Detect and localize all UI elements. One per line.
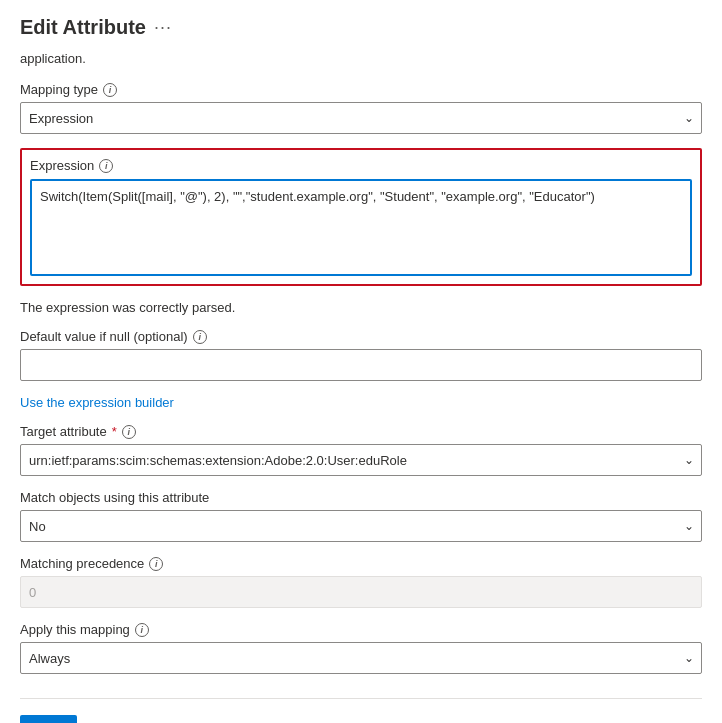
- parsed-message: The expression was correctly parsed.: [20, 300, 702, 315]
- expression-textarea[interactable]: Switch(Item(Split([mail], "@"), 2), "","…: [32, 181, 690, 271]
- ok-button[interactable]: Ok: [20, 715, 77, 723]
- page-container: Edit Attribute ··· application. Mapping …: [0, 0, 722, 723]
- expression-label-row: Expression i: [30, 158, 692, 173]
- apply-mapping-group: Apply this mapping i Always Only during …: [20, 622, 702, 674]
- apply-mapping-label-row: Apply this mapping i: [20, 622, 702, 637]
- target-attribute-info-icon[interactable]: i: [122, 425, 136, 439]
- sub-text: application.: [20, 51, 702, 66]
- mapping-type-select-wrapper: Expression Direct Constant ⌄: [20, 102, 702, 134]
- match-objects-select[interactable]: No Yes: [20, 510, 702, 542]
- apply-mapping-label: Apply this mapping: [20, 622, 130, 637]
- matching-precedence-label-row: Matching precedence i: [20, 556, 702, 571]
- footer: Ok: [20, 698, 702, 723]
- expression-inner-border: Switch(Item(Split([mail], "@"), 2), "","…: [30, 179, 692, 276]
- match-objects-group: Match objects using this attribute No Ye…: [20, 490, 702, 542]
- header: Edit Attribute ···: [20, 16, 702, 39]
- apply-mapping-select[interactable]: Always Only during object creation Only …: [20, 642, 702, 674]
- match-objects-label: Match objects using this attribute: [20, 490, 209, 505]
- mapping-type-label: Mapping type: [20, 82, 98, 97]
- target-attribute-label-row: Target attribute * i: [20, 424, 702, 439]
- target-attribute-label: Target attribute: [20, 424, 107, 439]
- default-value-group: Default value if null (optional) i: [20, 329, 702, 381]
- apply-mapping-select-wrapper: Always Only during object creation Only …: [20, 642, 702, 674]
- default-value-input[interactable]: [20, 349, 702, 381]
- target-attribute-required-star: *: [112, 424, 117, 439]
- target-attribute-select-wrapper: urn:ietf:params:scim:schemas:extension:A…: [20, 444, 702, 476]
- match-objects-label-row: Match objects using this attribute: [20, 490, 702, 505]
- expression-label: Expression: [30, 158, 94, 173]
- use-expression-builder-link[interactable]: Use the expression builder: [20, 395, 174, 410]
- default-value-info-icon[interactable]: i: [193, 330, 207, 344]
- match-objects-select-wrapper: No Yes ⌄: [20, 510, 702, 542]
- matching-precedence-label: Matching precedence: [20, 556, 144, 571]
- matching-precedence-group: Matching precedence i: [20, 556, 702, 608]
- default-value-label-row: Default value if null (optional) i: [20, 329, 702, 344]
- target-attribute-select[interactable]: urn:ietf:params:scim:schemas:extension:A…: [20, 444, 702, 476]
- mapping-type-select[interactable]: Expression Direct Constant: [20, 102, 702, 134]
- mapping-type-info-icon[interactable]: i: [103, 83, 117, 97]
- mapping-type-group: Mapping type i Expression Direct Constan…: [20, 82, 702, 134]
- matching-precedence-info-icon[interactable]: i: [149, 557, 163, 571]
- page-title: Edit Attribute: [20, 16, 146, 39]
- default-value-label: Default value if null (optional): [20, 329, 188, 344]
- expression-group: Expression i Switch(Item(Split([mail], "…: [20, 148, 702, 286]
- mapping-type-label-row: Mapping type i: [20, 82, 702, 97]
- matching-precedence-input: [20, 576, 702, 608]
- apply-mapping-info-icon[interactable]: i: [135, 623, 149, 637]
- expression-info-icon[interactable]: i: [99, 159, 113, 173]
- more-options-button[interactable]: ···: [154, 17, 172, 38]
- target-attribute-group: Target attribute * i urn:ietf:params:sci…: [20, 424, 702, 476]
